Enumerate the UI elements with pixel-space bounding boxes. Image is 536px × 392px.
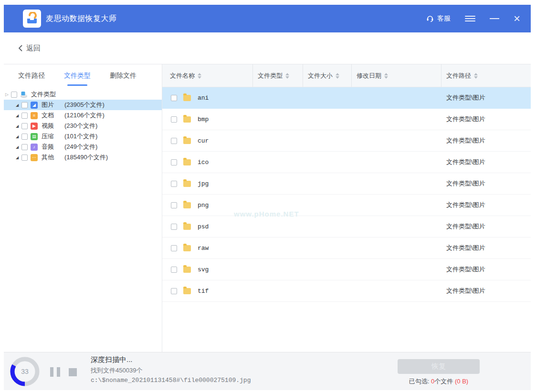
back-bar: 返回 xyxy=(4,32,531,64)
folder-icon xyxy=(183,202,191,208)
table-row[interactable]: jpg 文件类型\图片 xyxy=(162,173,531,195)
stop-button[interactable] xyxy=(69,368,77,376)
table-row[interactable]: tif 文件类型\图片 xyxy=(162,280,531,302)
row-checkbox[interactable] xyxy=(171,202,177,208)
checkbox[interactable] xyxy=(11,92,17,98)
row-checkbox[interactable] xyxy=(171,288,177,294)
file-path-cell: 文件类型\图片 xyxy=(441,265,531,274)
table-body: ani 文件类型\图片 bmp 文件类型\图片 cur 文件类型\图片 xyxy=(162,87,531,352)
sort-icon[interactable] xyxy=(285,73,289,79)
sidebar-tab-文件路径[interactable]: 文件路径 xyxy=(9,64,54,87)
row-checkbox[interactable] xyxy=(171,116,177,123)
expander-icon[interactable]: ◢ xyxy=(16,124,21,128)
folder-icon xyxy=(183,95,191,101)
file-path-cell: 文件类型\图片 xyxy=(441,287,531,295)
file-name: ani xyxy=(198,94,209,102)
table-row[interactable]: bmp 文件类型\图片 xyxy=(162,109,531,130)
sort-icon[interactable] xyxy=(384,73,388,79)
support-label: 客服 xyxy=(437,14,451,23)
sort-icon[interactable] xyxy=(336,73,339,79)
recover-button[interactable]: 恢复 xyxy=(398,359,480,374)
support-button[interactable]: 客服 xyxy=(426,14,451,23)
checkbox[interactable] xyxy=(21,144,28,150)
file-name: bmp xyxy=(198,116,209,123)
category-icon: ♪ xyxy=(31,144,38,151)
category-icon: ⋯ xyxy=(31,154,38,161)
table-row[interactable]: cur 文件类型\图片 xyxy=(162,130,531,152)
column-header-filename[interactable]: 文件名称 xyxy=(162,64,253,87)
status-bar: 33 深度扫描中... 找到文件450039个 c:\$noname_20210… xyxy=(4,352,531,390)
sort-icon[interactable] xyxy=(474,73,478,79)
row-checkbox[interactable] xyxy=(171,95,177,101)
table-row[interactable]: png 文件类型\图片 xyxy=(162,195,531,216)
expander-icon[interactable]: ◢ xyxy=(16,134,21,139)
expander-icon[interactable]: ◢ xyxy=(16,145,21,149)
folder-icon xyxy=(183,138,191,144)
tree-item[interactable]: ◢ ♪ 音频 (249个文件) xyxy=(4,142,162,152)
file-table: 文件名称 文件类型 文件大小 修改日期 文件路径 xyxy=(162,64,531,352)
expander-icon[interactable]: ◢ xyxy=(16,103,21,107)
row-checkbox[interactable] xyxy=(171,267,177,273)
checkbox[interactable] xyxy=(21,102,28,108)
menu-button[interactable] xyxy=(465,14,475,23)
category-icon: ▤ xyxy=(31,133,38,140)
file-path-cell: 文件类型\图片 xyxy=(441,93,531,102)
checkbox[interactable] xyxy=(21,155,28,161)
expander-icon[interactable]: ◢ xyxy=(16,155,21,160)
column-header-modified[interactable]: 修改日期 xyxy=(352,64,441,87)
minimize-button[interactable] xyxy=(490,18,499,19)
tree-item-label: 压缩 xyxy=(42,132,61,141)
row-checkbox[interactable] xyxy=(171,159,177,165)
column-header-filetype[interactable]: 文件类型 xyxy=(253,64,303,87)
sidebar-tab-文件类型[interactable]: 文件类型 xyxy=(54,64,100,87)
tree-item-count: (12106个文件) xyxy=(64,111,105,120)
sort-icon[interactable] xyxy=(198,73,201,79)
progress-percent: 33 xyxy=(10,356,40,387)
tab-label: 删除文件 xyxy=(110,72,137,80)
folder-icon xyxy=(183,181,191,187)
row-checkbox[interactable] xyxy=(171,245,177,251)
tree-item[interactable]: ◢ ▤ 压缩 (101个文件) xyxy=(4,131,162,142)
row-checkbox[interactable] xyxy=(171,181,177,187)
tab-label: 文件类型 xyxy=(64,72,91,80)
pause-button[interactable] xyxy=(50,367,60,377)
checkbox[interactable] xyxy=(21,113,28,119)
tree-item-count: (230个文件) xyxy=(64,122,97,130)
tree-item[interactable]: ◢ ▶ 视频 (230个文件) xyxy=(4,121,162,131)
file-name: raw xyxy=(198,245,209,252)
tree-item-label: 图片 xyxy=(42,101,61,109)
tree-item-label: 其他 xyxy=(42,153,61,162)
tree-item[interactable]: ◢ ⋯ 其他 (185490个文件) xyxy=(4,152,162,163)
row-checkbox[interactable] xyxy=(171,138,177,144)
table-row[interactable]: ani 文件类型\图片 xyxy=(162,87,531,109)
tree-item-label: 音频 xyxy=(42,143,61,151)
close-button[interactable]: × xyxy=(514,14,520,23)
checkbox[interactable] xyxy=(21,123,28,129)
checkbox[interactable] xyxy=(21,134,28,140)
tree-item[interactable]: ◢ ◢ 图片 (23905个文件) xyxy=(4,100,162,110)
folder-icon xyxy=(183,224,191,230)
file-path-cell: 文件类型\图片 xyxy=(441,201,531,209)
table-row[interactable]: ico 文件类型\图片 xyxy=(162,152,531,173)
sidebar-tab-删除文件[interactable]: 删除文件 xyxy=(100,64,146,87)
table-row[interactable]: psd 文件类型\图片 xyxy=(162,216,531,237)
column-header-filesize[interactable]: 文件大小 xyxy=(303,64,352,87)
file-name: jpg xyxy=(198,180,209,187)
file-path-cell: 文件类型\图片 xyxy=(441,136,531,145)
file-name: ico xyxy=(198,159,209,166)
expander-icon[interactable]: ▷ xyxy=(5,92,11,97)
tree-item[interactable]: ◢ ≡ 文档 (12106个文件) xyxy=(4,110,162,121)
tree-root-row[interactable]: ▷ 文件类型 xyxy=(4,89,162,100)
table-row[interactable]: svg 文件类型\图片 xyxy=(162,259,531,280)
expander-icon[interactable]: ◢ xyxy=(16,113,21,118)
column-header-filepath[interactable]: 文件路径 xyxy=(441,64,531,87)
file-name: psd xyxy=(198,223,209,230)
files-found-count: 找到文件450039个 xyxy=(91,366,251,375)
table-row[interactable]: raw 文件类型\图片 xyxy=(162,237,531,259)
file-name: png xyxy=(198,202,209,209)
back-button[interactable]: 返回 xyxy=(18,44,41,53)
tree-item-count: (23905个文件) xyxy=(64,101,105,109)
category-icon: ≡ xyxy=(31,112,38,119)
row-checkbox[interactable] xyxy=(171,224,177,230)
file-name: svg xyxy=(198,266,209,273)
